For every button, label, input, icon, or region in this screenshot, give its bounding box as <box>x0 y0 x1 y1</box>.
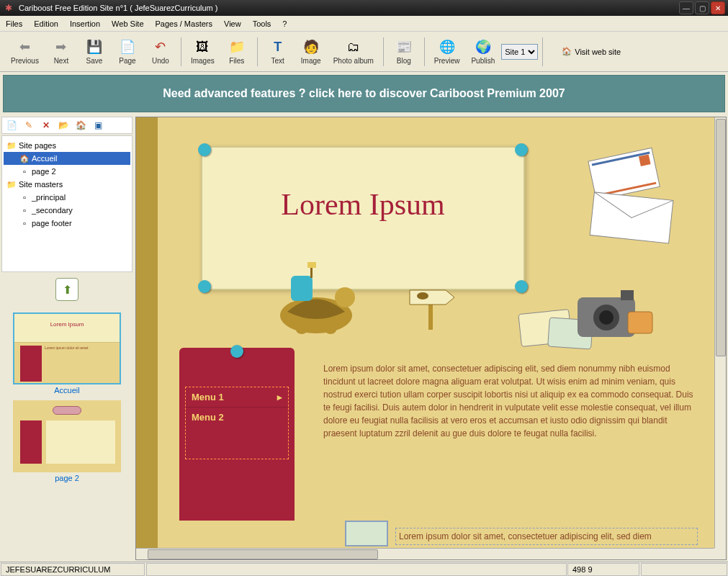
menu-website[interactable]: Web Site <box>112 19 143 28</box>
files-icon: 📁 <box>228 38 246 55</box>
menu-insertion[interactable]: Insertion <box>70 19 100 28</box>
photo-album-icon: 🗂 <box>345 38 362 55</box>
edit-icon[interactable]: ✎ <box>22 119 35 132</box>
svg-rect-20 <box>628 312 652 333</box>
previous-button[interactable]: ⬅Previous <box>6 34 44 70</box>
menu-item-2[interactable]: Menu 2 <box>186 408 288 459</box>
status-empty-2 <box>641 563 727 576</box>
menu-edition[interactable]: Edition <box>34 19 58 28</box>
maximize-button[interactable]: ▢ <box>695 1 709 14</box>
arrow-up-icon: ⬆ <box>63 283 72 297</box>
save-icon: 💾 <box>86 38 103 55</box>
photo-album-button[interactable]: 🗂Photo album <box>328 34 379 70</box>
undo-button[interactable]: ↶Undo <box>145 34 176 70</box>
separator <box>542 37 543 66</box>
menu-panel[interactable]: Menu 1▸ Menu 2 <box>179 348 295 521</box>
titlebar[interactable]: ✱ Cariboost Free Edition Site n°1 ( Jefe… <box>0 0 728 16</box>
svg-rect-19 <box>621 290 634 300</box>
canvas-viewport[interactable]: Lorem Ipsum <box>136 117 714 548</box>
tree-folder-site-masters[interactable]: 📁Site masters <box>4 178 130 191</box>
upload-button[interactable]: ⬆ <box>55 278 78 301</box>
home-icon: 🏠 <box>19 153 30 163</box>
blog-icon: 📰 <box>395 38 413 55</box>
sign-illustration <box>403 283 460 333</box>
menu-files[interactable]: Files <box>6 19 22 28</box>
screen-icon[interactable]: ▣ <box>91 119 104 132</box>
svg-point-8 <box>417 292 428 300</box>
vertical-scrollbar[interactable] <box>714 117 726 548</box>
home-page-icon[interactable]: 🏠 <box>74 119 87 132</box>
preview-button[interactable]: 🌐Preview <box>429 34 465 70</box>
body-text-2[interactable]: Lorem ipsum dolor sit amet, consectetuer… <box>395 528 698 545</box>
envelope-illustration <box>570 146 686 247</box>
page-icon: ▫ <box>19 166 30 176</box>
minimize-button[interactable]: — <box>679 1 693 14</box>
undo-icon: ↶ <box>152 38 169 55</box>
menubar: Files Edition Insertion Web Site Pages /… <box>0 16 728 32</box>
canvas-area: Lorem Ipsum <box>135 117 727 560</box>
menu-list: Menu 1▸ Menu 2 <box>185 387 289 459</box>
images-button[interactable]: 🖼Images <box>186 34 220 70</box>
turtle-illustration <box>251 258 381 337</box>
svg-point-5 <box>296 325 307 334</box>
visit-web-site-link[interactable]: 🏠Visit web site <box>562 47 621 56</box>
site-select[interactable]: Site 1 <box>501 44 538 60</box>
folder-icon[interactable]: 📂 <box>57 119 70 132</box>
new-page-icon[interactable]: 📄 <box>5 119 18 132</box>
preview-icon: 🌐 <box>439 38 456 55</box>
files-button[interactable]: 📁Files <box>221 34 253 70</box>
tree-item-secondary[interactable]: ▫_secondary <box>4 204 130 217</box>
pin-icon <box>515 143 528 156</box>
close-button[interactable]: ✕ <box>711 1 725 14</box>
separator <box>424 37 425 66</box>
page-content[interactable]: Lorem Ipsum <box>158 117 714 548</box>
home-icon: 🏠 <box>562 47 572 56</box>
svg-rect-9 <box>588 148 660 200</box>
menu-item-1[interactable]: Menu 1▸ <box>186 387 288 408</box>
publish-icon: 🌍 <box>475 38 492 55</box>
page-title[interactable]: Lorem Ipsum <box>202 187 523 222</box>
image-button[interactable]: 🧑Image <box>295 34 327 70</box>
page-icon: 📄 <box>119 38 136 55</box>
folder-icon: 📁 <box>6 140 17 150</box>
menu-tools[interactable]: Tools <box>253 19 271 28</box>
save-button[interactable]: 💾Save <box>78 34 110 70</box>
text-button[interactable]: TText <box>262 34 294 70</box>
page-button[interactable]: 📄Page <box>112 34 143 70</box>
image-icon: 🧑 <box>302 38 320 55</box>
scrollbar-thumb[interactable] <box>148 549 378 559</box>
publish-button[interactable]: 🌍Publish <box>466 34 500 70</box>
tree-item-page-footer[interactable]: ▫page footer <box>4 217 130 230</box>
tree-item-accueil[interactable]: 🏠Accueil <box>4 152 130 165</box>
tree-item-principal[interactable]: ▫_principal <box>4 191 130 204</box>
tree-folder-site-pages[interactable]: 📁Site pages <box>4 139 130 152</box>
delete-icon[interactable]: ✕ <box>40 119 53 132</box>
thumbnail-page-2[interactable]: page 2 <box>13 400 121 482</box>
page-icon: ▫ <box>19 205 30 215</box>
blog-button[interactable]: 📰Blog <box>388 34 420 70</box>
arrow-right-icon: ➡ <box>53 38 70 55</box>
text-icon: T <box>269 38 287 55</box>
svg-rect-10 <box>639 154 651 166</box>
next-button[interactable]: ➡Next <box>45 34 77 70</box>
small-image-placeholder[interactable] <box>345 521 388 546</box>
statusbar: JEFESUAREZCURRICULUM 498 9 <box>0 562 728 576</box>
svg-rect-2 <box>291 276 313 301</box>
camera-illustration <box>513 283 657 355</box>
scrollbar-thumb[interactable] <box>716 119 726 356</box>
horizontal-scrollbar[interactable] <box>136 548 714 559</box>
body-text[interactable]: Lorem ipsum dolor sit amet, consectetuer… <box>323 362 698 440</box>
promo-banner[interactable]: Need advanced features ? click here to d… <box>3 75 725 112</box>
menu-pages-masters[interactable]: Pages / Masters <box>156 19 212 28</box>
tree-item-page-2[interactable]: ▫page 2 <box>4 165 130 178</box>
pin-icon <box>198 143 211 156</box>
sidebar: 📄 ✎ ✕ 📂 🏠 ▣ 📁Site pages 🏠Accueil ▫page 2… <box>0 115 134 562</box>
page-icon: ▫ <box>19 218 30 228</box>
thumbnail-accueil[interactable]: Lorem IpsumLorem ipsum dolor sit amet Ac… <box>13 312 121 395</box>
thumbnails: Lorem IpsumLorem ipsum dolor sit amet Ac… <box>0 307 134 562</box>
window-title: Cariboost Free Edition Site n°1 ( JefeSu… <box>19 4 679 12</box>
arrow-left-icon: ⬅ <box>16 38 33 55</box>
menu-help[interactable]: ? <box>282 19 287 28</box>
menu-view[interactable]: View <box>224 19 241 28</box>
images-icon: 🖼 <box>194 38 211 55</box>
